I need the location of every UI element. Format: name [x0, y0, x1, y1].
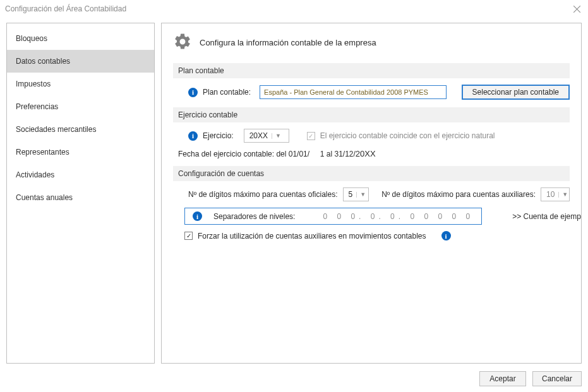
- separadores-label: Separadores de niveles:: [213, 212, 295, 221]
- separadores-box[interactable]: i Separadores de niveles: 0 0 0. 0. 0. 0…: [184, 208, 482, 225]
- sidebar: Bloqueos Datos contables Impuestos Prefe…: [6, 23, 155, 364]
- forzar-checkbox[interactable]: ✓: [184, 232, 193, 240]
- ejemplo-label: >> Cuenta de ejemplo: 430.0.0.00000: [512, 212, 582, 221]
- chevron-down-icon: ▼: [558, 192, 568, 198]
- sidebar-item-datos-contables[interactable]: Datos contables: [7, 50, 154, 73]
- digits-oficiales-label: Nº de dígitos máximo para cuentas oficia…: [188, 190, 338, 199]
- chevron-down-icon: ▼: [356, 192, 366, 198]
- close-icon: [573, 6, 580, 13]
- ejercicio-label: Ejercicio:: [203, 131, 234, 140]
- digits-aux-select[interactable]: 10 ▼: [541, 187, 570, 201]
- accept-button[interactable]: Aceptar: [479, 371, 526, 386]
- ejercicio-select[interactable]: 20XX ▼: [244, 129, 289, 143]
- sidebar-item-cuentas-anuales[interactable]: Cuentas anuales: [7, 186, 154, 209]
- sidebar-item-label: Impuestos: [16, 80, 51, 88]
- plan-value: España - Plan General de Contabilidad 20…: [264, 88, 428, 96]
- sidebar-item-label: Actividades: [16, 170, 54, 179]
- section-ejercicio-header: Ejercicio contable: [173, 107, 570, 122]
- info-icon[interactable]: i: [188, 131, 198, 141]
- main-panel: Configura la información contable de la …: [161, 23, 582, 364]
- titlebar: Configuración del Área Contabilidad: [0, 0, 588, 18]
- page-header: Configura la información contable de la …: [173, 32, 570, 53]
- digits-aux-label: Nº de dígitos máximo para cuentas auxili…: [381, 190, 536, 199]
- gear-icon: [173, 32, 192, 53]
- sidebar-item-label: Cuentas anuales: [16, 193, 73, 202]
- digits-oficiales-select[interactable]: 5 ▼: [343, 187, 369, 201]
- section-cuentas-header: Configuración de cuentas: [173, 166, 570, 181]
- fecha-ejercicio-text: Fecha del ejercicio contable: del 01/01/…: [178, 149, 376, 158]
- sidebar-item-impuestos[interactable]: Impuestos: [7, 73, 154, 95]
- separadores-display: 0 0 0. 0. 0. 0 0 0 0 0: [323, 212, 474, 221]
- section-plan-header: Plan contable: [173, 63, 570, 78]
- info-icon[interactable]: i: [188, 88, 198, 97]
- sidebar-item-bloqueos[interactable]: Bloqueos: [7, 27, 154, 50]
- forzar-label: Forzar la utilización de cuentas auxilia…: [198, 232, 426, 241]
- select-plan-button[interactable]: Seleccionar plan contable: [462, 85, 570, 100]
- sidebar-item-label: Bloqueos: [16, 34, 47, 43]
- close-button[interactable]: [569, 1, 584, 16]
- cancel-button[interactable]: Cancelar: [532, 371, 582, 386]
- sidebar-item-preferencias[interactable]: Preferencias: [7, 95, 154, 118]
- sidebar-item-label: Sociedades mercantiles: [16, 125, 96, 134]
- chevron-down-icon: ▼: [272, 133, 281, 139]
- sidebar-item-label: Representantes: [16, 148, 69, 157]
- coincide-checkbox: ✓: [307, 132, 315, 140]
- ejercicio-value: 20XX: [249, 131, 268, 140]
- sidebar-item-actividades[interactable]: Actividades: [7, 163, 154, 186]
- dialog-footer: Aceptar Cancelar: [0, 366, 588, 391]
- page-title: Configura la información contable de la …: [200, 38, 376, 47]
- sidebar-item-representantes[interactable]: Representantes: [7, 141, 154, 163]
- info-icon[interactable]: i: [193, 211, 202, 221]
- window-title: Configuración del Área Contabilidad: [5, 4, 126, 13]
- digits-aux-value: 10: [546, 190, 555, 199]
- sidebar-item-label: Datos contables: [16, 57, 70, 66]
- digits-oficiales-value: 5: [349, 190, 353, 199]
- sidebar-item-sociedades[interactable]: Sociedades mercantiles: [7, 118, 154, 141]
- sidebar-item-label: Preferencias: [16, 102, 58, 111]
- coincide-label: El ejercicio contable coincide con el ej…: [320, 131, 495, 140]
- info-icon[interactable]: i: [441, 231, 451, 241]
- plan-label: Plan contable:: [203, 88, 251, 97]
- plan-input[interactable]: España - Plan General de Contabilidad 20…: [260, 85, 447, 99]
